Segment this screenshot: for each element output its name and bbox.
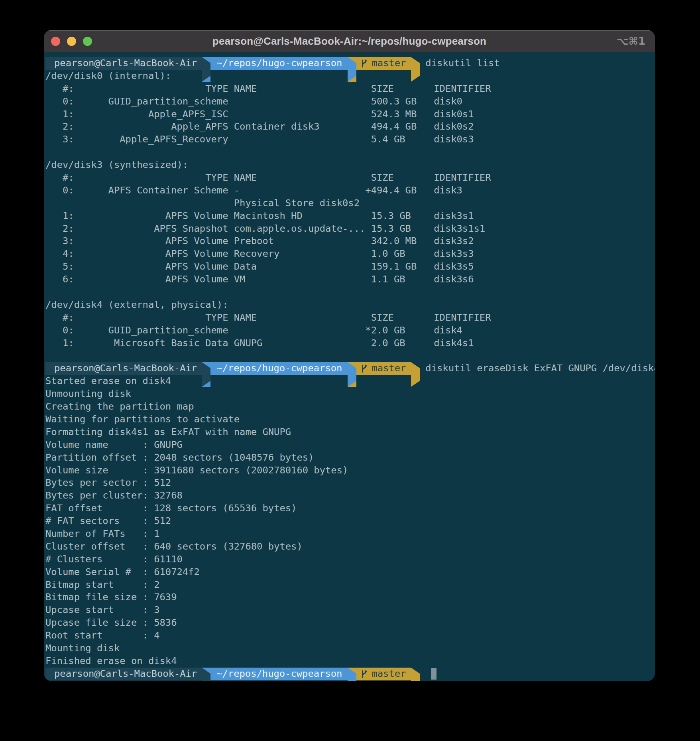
output-line: 2: APFS Snapshot com.apple.os.update-...… (45, 223, 652, 235)
output-line: FAT offset : 128 sectors (65536 bytes) (45, 502, 652, 515)
powerline-separator-icon (348, 57, 356, 82)
powerline-separator-icon (411, 362, 420, 387)
powerline-separator-icon (411, 668, 420, 681)
prompt-directory: ~/repos/hugo-cwpearson (210, 668, 348, 680)
output-line: 6: APFS Volume VM 1.1 GB disk3s6 (45, 273, 652, 286)
powerline-separator-icon (202, 362, 210, 387)
output-line (45, 146, 652, 159)
cursor-block (431, 668, 437, 680)
traffic-lights (51, 37, 92, 46)
prompt-git-segment: master (356, 57, 411, 70)
output-line: Volume size : 3911680 sectors (200278016… (45, 464, 652, 477)
prompt-directory: ~/repos/hugo-cwpearson (210, 362, 348, 375)
prompt-branch-label: master (372, 362, 406, 375)
prompt-git-segment: master (356, 668, 411, 680)
command-text: diskutil list (425, 57, 499, 70)
output-line (45, 349, 652, 362)
prompt-user-host: pearson@Carls-MacBook-Air (45, 362, 202, 375)
desktop: { "window": { "title": "pearson@Carls-Ma… (0, 0, 700, 741)
window-title: pearson@Carls-MacBook-Air:~/repos/hugo-c… (44, 35, 655, 47)
output-line: 0: GUID_partition_scheme 500.3 GB disk0 (45, 95, 652, 108)
output-line: #: TYPE NAME SIZE IDENTIFIER (45, 311, 652, 324)
output-line: Unmounting disk (45, 388, 652, 400)
terminal-body: pearson@Carls-MacBook-Air ~/repos/hugo-c… (45, 57, 652, 680)
close-button[interactable] (51, 37, 60, 46)
titlebar[interactable]: pearson@Carls-MacBook-Air:~/repos/hugo-c… (44, 30, 655, 52)
output-line: /dev/disk4 (external, physical): (45, 299, 652, 311)
output-line: Bytes per sector : 512 (45, 477, 652, 489)
minimize-button[interactable] (67, 37, 76, 46)
tab-shortcut-badge: ⌥⌘1 (617, 35, 645, 47)
terminal-window: pearson@Carls-MacBook-Air:~/repos/hugo-c… (44, 30, 655, 681)
output-line: 3: Apple_APFS_Recovery 5.4 GB disk0s3 (45, 133, 652, 146)
output-line: Volume Serial # : 610724f2 (45, 566, 652, 579)
output-line: Upcase start : 3 (45, 604, 652, 617)
git-branch-icon (360, 364, 368, 373)
output-line: #: TYPE NAME SIZE IDENTIFIER (45, 171, 652, 184)
prompt-user-host: pearson@Carls-MacBook-Air (45, 668, 202, 680)
prompt-user-host: pearson@Carls-MacBook-Air (45, 57, 202, 70)
output-line: Waiting for partitions to activate (45, 413, 652, 426)
powerline-separator-icon (411, 57, 420, 82)
prompt-branch-label: master (372, 668, 406, 680)
output-line: /dev/disk3 (synthesized): (45, 159, 652, 171)
output-line: Volume name : GNUPG (45, 439, 652, 451)
output-line: Cluster offset : 640 sectors (327680 byt… (45, 540, 652, 553)
output-line: 1: Apple_APFS_ISC 524.3 MB disk0s1 (45, 108, 652, 121)
output-line: 0: APFS Container Scheme - +494.4 GB dis… (45, 184, 652, 197)
output-line: Bytes per cluster: 32768 (45, 489, 652, 502)
prompt-git-segment: master (356, 362, 411, 375)
terminal[interactable]: pearson@Carls-MacBook-Air ~/repos/hugo-c… (44, 52, 655, 680)
output-line: Upcase file size : 5836 (45, 617, 652, 629)
output-line: Mounting disk (45, 642, 652, 655)
prompt-line: pearson@Carls-MacBook-Air ~/repos/hugo-c… (45, 57, 652, 70)
output-line: 1: Microsoft Basic Data GNUPG 2.0 GB dis… (45, 337, 652, 350)
output-line: Physical Store disk0s2 (45, 197, 652, 210)
git-branch-icon (360, 669, 368, 679)
output-line: # Clusters : 61110 (45, 553, 652, 566)
prompt-line: pearson@Carls-MacBook-Air ~/repos/hugo-c… (45, 362, 652, 375)
powerline-separator-icon (348, 668, 356, 681)
output-line: #: TYPE NAME SIZE IDENTIFIER (45, 83, 652, 95)
output-line: 4: APFS Volume Recovery 1.0 GB disk3s3 (45, 248, 652, 260)
output-line: 1: APFS Volume Macintosh HD 15.3 GB disk… (45, 210, 652, 223)
command-text: diskutil eraseDisk ExFAT GNUPG /dev/disk… (425, 362, 655, 375)
output-line: # FAT sectors : 512 (45, 515, 652, 528)
output-line: Root start : 4 (45, 629, 652, 642)
prompt-line: pearson@Carls-MacBook-Air ~/repos/hugo-c… (45, 668, 652, 680)
powerline-separator-icon (202, 57, 210, 82)
output-line: 3: APFS Volume Preboot 342.0 MB disk3s2 (45, 235, 652, 248)
output-line: Number of FATs : 1 (45, 528, 652, 540)
zoom-button[interactable] (83, 37, 92, 46)
output-line: Bitmap file size : 7639 (45, 591, 652, 604)
output-line: 0: GUID_partition_scheme *2.0 GB disk4 (45, 324, 652, 337)
output-line: Creating the partition map (45, 400, 652, 413)
output-line: Finished erase on disk4 (45, 655, 652, 668)
output-line: Bitmap start : 2 (45, 579, 652, 591)
output-line (45, 286, 652, 299)
powerline-separator-icon (202, 668, 210, 681)
git-branch-icon (360, 59, 368, 68)
powerline-separator-icon (348, 362, 356, 387)
output-line: 2: Apple_APFS Container disk3 494.4 GB d… (45, 120, 652, 133)
output-line: 5: APFS Volume Data 159.1 GB disk3s5 (45, 260, 652, 273)
output-line: Formatting disk4s1 as ExFAT with name GN… (45, 426, 652, 439)
prompt-directory: ~/repos/hugo-cwpearson (210, 57, 348, 70)
prompt-branch-label: master (372, 57, 406, 70)
output-line: Partition offset : 2048 sectors (1048576… (45, 451, 652, 464)
